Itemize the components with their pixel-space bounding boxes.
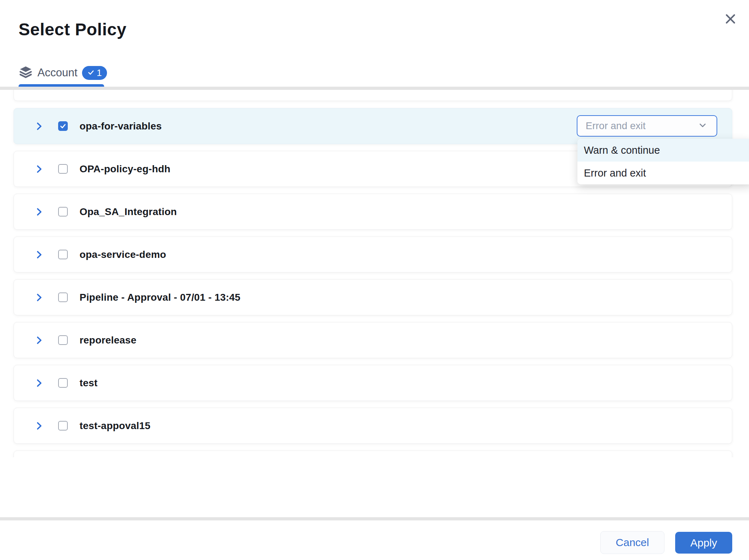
row-label: test: [80, 377, 98, 389]
chevron-right-icon[interactable]: [35, 207, 43, 217]
policy-row[interactable]: Opa_SA_Integration: [14, 194, 732, 230]
active-tab-underline: [19, 84, 104, 87]
chevron-right-icon[interactable]: [35, 122, 43, 131]
apply-button[interactable]: Apply: [675, 532, 732, 554]
row-checkbox[interactable]: [58, 121, 68, 131]
footer-divider: [0, 517, 749, 520]
policy-row-partial-top[interactable]: [14, 90, 732, 101]
policy-row[interactable]: reporelease: [14, 322, 732, 358]
row-label: reporelease: [80, 335, 136, 346]
row-checkbox[interactable]: [58, 250, 68, 259]
tab-account[interactable]: Account 1: [19, 64, 107, 81]
severity-select-value: Error and exit: [586, 120, 698, 132]
menu-option[interactable]: Warn & continue: [577, 139, 749, 162]
tab-account-label: Account: [37, 66, 77, 79]
check-icon: [87, 67, 95, 78]
row-label: opa-service-demo: [80, 249, 166, 260]
row-checkbox[interactable]: [58, 207, 68, 217]
policy-row[interactable]: test: [14, 365, 732, 401]
chevron-down-icon: [698, 120, 708, 132]
cancel-button[interactable]: Cancel: [600, 531, 664, 554]
row-label: OPA-policy-eg-hdh: [80, 163, 170, 175]
row-label: Pipeline - Approval - 07/01 - 13:45: [80, 292, 240, 303]
row-label: opa-for-variables: [80, 121, 162, 132]
chevron-right-icon[interactable]: [35, 250, 43, 259]
header-divider: [0, 87, 749, 90]
policy-row-partial-bottom[interactable]: [14, 450, 732, 457]
chevron-right-icon[interactable]: [35, 421, 43, 431]
selected-count-badge: 1: [82, 66, 107, 80]
row-checkbox[interactable]: [58, 421, 68, 431]
badge-count: 1: [97, 67, 102, 78]
chevron-right-icon[interactable]: [35, 293, 43, 302]
chevron-right-icon[interactable]: [35, 164, 43, 174]
select-policy-modal: Select Policy Account 1: [0, 0, 749, 560]
row-label: Opa_SA_Integration: [80, 206, 177, 218]
severity-select[interactable]: Error and exit: [577, 115, 717, 137]
policy-row[interactable]: Pipeline - Approval - 07/01 - 13:45: [14, 279, 732, 315]
row-checkbox[interactable]: [58, 335, 68, 345]
layers-icon: [19, 65, 33, 81]
row-checkbox[interactable]: [58, 164, 68, 174]
modal-title: Select Policy: [19, 20, 127, 39]
policy-row[interactable]: test-appoval15: [14, 408, 732, 444]
chevron-right-icon[interactable]: [35, 336, 43, 345]
row-checkbox[interactable]: [58, 292, 68, 302]
row-label: test-appoval15: [80, 420, 151, 432]
close-button[interactable]: [723, 11, 738, 27]
policy-row[interactable]: opa-service-demo: [14, 236, 732, 273]
chevron-right-icon[interactable]: [35, 378, 43, 388]
row-checkbox[interactable]: [58, 378, 68, 388]
close-icon: [724, 13, 737, 26]
severity-dropdown-menu: Warn & continueError and exit: [577, 139, 749, 184]
menu-option[interactable]: Error and exit: [577, 162, 749, 184]
